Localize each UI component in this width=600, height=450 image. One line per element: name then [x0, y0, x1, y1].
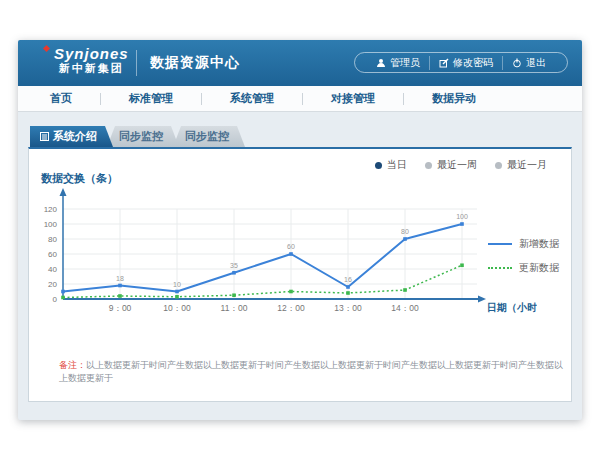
svg-text:60: 60 — [48, 250, 57, 259]
nav-separator — [201, 93, 202, 105]
svg-text:80: 80 — [48, 235, 57, 244]
logo-text-cn: 新中新集团 — [54, 62, 129, 75]
company-logo: Synjones 新中新集团 — [54, 45, 129, 75]
nav-separator — [403, 93, 404, 105]
power-icon — [512, 58, 522, 68]
svg-text:10: 10 — [173, 281, 181, 288]
nav-item-interface-mgmt[interactable]: 对接管理 — [325, 91, 381, 106]
logo-accent-icon — [43, 45, 50, 52]
svg-text:80: 80 — [401, 228, 409, 235]
tab-label: 系统介绍 — [53, 129, 97, 144]
svg-text:0: 0 — [53, 295, 58, 304]
user-icon — [376, 58, 386, 68]
change-password-label: 修改密码 — [453, 56, 493, 70]
y-axis-title: 数据交换（条） — [41, 171, 118, 186]
nav-item-home[interactable]: 首页 — [44, 91, 78, 106]
svg-text:日期（小时）: 日期（小时） — [487, 302, 537, 313]
nav-item-data-change[interactable]: 数据异动 — [426, 91, 482, 106]
tab-label: 同步监控 — [119, 129, 163, 144]
nav-item-system-mgmt[interactable]: 系统管理 — [224, 91, 280, 106]
logout-button[interactable]: 退出 — [502, 56, 555, 70]
nav-separator — [302, 93, 303, 105]
chart-panel: 当日 最近一周 最近一月 数据交换（条） 0204060801001209：00… — [28, 147, 572, 402]
range-option-label: 最近一周 — [437, 158, 477, 172]
tab-sync-monitor-2[interactable]: 同步监控 — [173, 126, 245, 147]
tab-sync-monitor-1[interactable]: 同步监控 — [107, 126, 179, 147]
svg-text:13：00: 13：00 — [334, 303, 362, 313]
dotted-line-icon — [488, 267, 512, 269]
main-nav: 首页 标准管理 系统管理 对接管理 数据异动 — [18, 86, 582, 112]
range-option-label: 当日 — [387, 158, 407, 172]
date-range-radio-group: 当日 最近一周 最近一月 — [375, 158, 547, 172]
range-option-last-week[interactable]: 最近一周 — [425, 158, 477, 172]
legend-item-updated-data: 更新数据 — [488, 261, 559, 275]
radio-icon — [425, 162, 432, 169]
edit-icon — [439, 58, 449, 68]
radio-icon — [375, 162, 382, 169]
line-chart-container: 0204060801001209：0010：0011：0012：0013：001… — [37, 187, 537, 319]
line-chart: 0204060801001209：0010：0011：0012：0013：001… — [37, 187, 537, 319]
logo-text-en: Synjones — [54, 45, 129, 62]
svg-text:100: 100 — [456, 213, 468, 220]
user-actions-pill: 管理员 修改密码 退出 — [354, 52, 568, 73]
content-area: 系统介绍 同步监控 同步监控 当日 最近一周 — [18, 112, 582, 419]
footnote-text: 以上数据更新于时间产生数据以上数据更新于时间产生数据以上数据更新于时间产生数据以… — [59, 360, 563, 383]
footnote-prefix: 备注： — [59, 360, 86, 370]
current-user-button[interactable]: 管理员 — [367, 56, 429, 70]
app-window: Synjones 新中新集团 数据资源中心 管理员 修改密码 — [18, 40, 582, 420]
svg-text:60: 60 — [287, 243, 295, 250]
logout-label: 退出 — [526, 56, 546, 70]
range-option-today[interactable]: 当日 — [375, 158, 407, 172]
svg-text:11：00: 11：00 — [221, 303, 248, 313]
radio-icon — [495, 162, 502, 169]
svg-text:100: 100 — [44, 220, 58, 229]
svg-text:120: 120 — [44, 205, 58, 214]
solid-line-icon — [488, 243, 512, 245]
legend-label: 更新数据 — [519, 261, 559, 275]
top-header: Synjones 新中新集团 数据资源中心 管理员 修改密码 — [18, 40, 582, 86]
svg-text:18: 18 — [116, 275, 124, 282]
svg-text:9：00: 9：00 — [109, 303, 132, 313]
footnote: 备注：以上数据更新于时间产生数据以上数据更新于时间产生数据以上数据更新于时间产生… — [59, 359, 571, 385]
change-password-button[interactable]: 修改密码 — [429, 56, 502, 70]
tab-label: 同步监控 — [185, 129, 229, 144]
current-user-label: 管理员 — [390, 56, 420, 70]
chart-legend: 新增数据 更新数据 — [488, 237, 559, 275]
svg-text:20: 20 — [48, 280, 57, 289]
svg-text:35: 35 — [230, 262, 238, 269]
svg-text:16: 16 — [344, 276, 352, 283]
range-option-last-month[interactable]: 最近一月 — [495, 158, 547, 172]
legend-label: 新增数据 — [519, 237, 559, 251]
svg-text:40: 40 — [48, 265, 57, 274]
tab-bar: 系统介绍 同步监控 同步监控 — [30, 126, 239, 147]
svg-text:10：00: 10：00 — [163, 303, 191, 313]
svg-text:12：00: 12：00 — [277, 303, 305, 313]
header-divider — [136, 50, 137, 76]
page-title: 数据资源中心 — [150, 54, 240, 72]
nav-separator — [100, 93, 101, 105]
range-option-label: 最近一月 — [507, 158, 547, 172]
document-icon — [40, 132, 49, 141]
legend-item-new-data: 新增数据 — [488, 237, 559, 251]
nav-item-standard-mgmt[interactable]: 标准管理 — [123, 91, 179, 106]
tab-system-intro[interactable]: 系统介绍 — [30, 126, 113, 147]
svg-text:14：00: 14：00 — [391, 303, 419, 313]
